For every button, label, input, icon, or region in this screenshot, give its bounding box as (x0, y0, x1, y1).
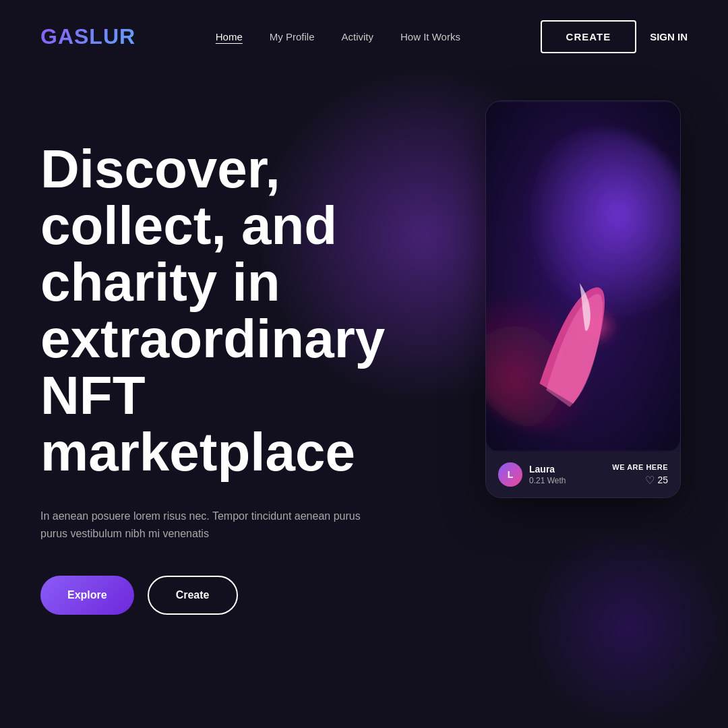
hero-section: Discover, collect, and charity in extrao… (40, 114, 485, 615)
nav-link-home[interactable]: Home (216, 31, 243, 42)
nav-link-activity[interactable]: Activity (341, 31, 373, 42)
nft-price: 0.21 Weth (529, 476, 566, 485)
logo: GASLUR (40, 24, 135, 49)
nav-link-how-it-works[interactable]: How It Works (400, 31, 460, 42)
header-actions: CREATE SIGN IN (541, 20, 688, 53)
nft-like-count: ♡ 25 (645, 474, 668, 487)
nft-likes: WE ARE HERE ♡ 25 (612, 463, 668, 487)
heart-icon: ♡ (645, 474, 655, 487)
main-nav: Home My Profile Activity How It Works (216, 31, 460, 42)
nft-user-details: Laura 0.21 Weth (529, 464, 566, 485)
header: GASLUR Home My Profile Activity How It W… (0, 0, 728, 73)
nav-link-profile[interactable]: My Profile (270, 31, 315, 42)
hero-buttons: Explore Create (40, 576, 485, 615)
nft-title-label: WE ARE HERE (612, 463, 668, 471)
nft-card[interactable]: L Laura 0.21 Weth WE ARE HERE ♡ 25 (485, 100, 681, 498)
nft-card-wrapper: L Laura 0.21 Weth WE ARE HERE ♡ 25 (485, 100, 688, 498)
hero-title: Discover, collect, and charity in extrao… (40, 141, 425, 481)
likes-number: 25 (657, 475, 668, 485)
nft-card-image (486, 101, 680, 452)
hero-description: In aenean posuere lorem risus nec. Tempo… (40, 508, 364, 542)
create-hero-button[interactable]: Create (148, 576, 238, 615)
main-content: Discover, collect, and charity in extrao… (0, 73, 728, 615)
nft-user-name: Laura (529, 464, 566, 475)
explore-button[interactable]: Explore (40, 576, 134, 615)
nft-card-info: L Laura 0.21 Weth WE ARE HERE ♡ 25 (486, 452, 680, 497)
create-nav-button[interactable]: CREATE (541, 20, 637, 53)
nft-user: L Laura 0.21 Weth (498, 462, 566, 487)
nft-avatar: L (498, 462, 522, 487)
signin-button[interactable]: SIGN IN (650, 31, 688, 42)
